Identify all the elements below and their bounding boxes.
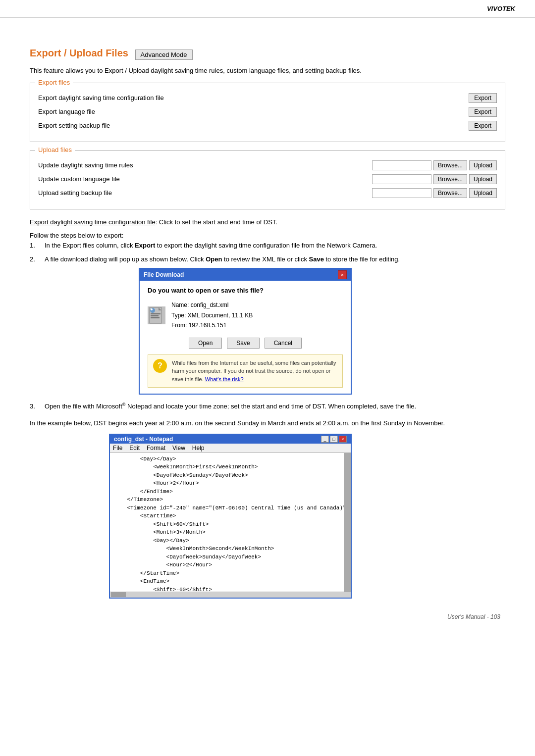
export-row-1: Export daylight saving time configuratio…: [38, 93, 497, 103]
export-files-content: Export daylight saving time configuratio…: [38, 93, 497, 131]
step-1: 1. In the Export files column, click Exp…: [30, 241, 505, 251]
upload-backup-label: Upload setting backup file: [38, 189, 372, 197]
file-details: Name: config_dst.xml Type: XML Document,…: [171, 300, 253, 330]
upload-lang-input[interactable]: [372, 174, 431, 184]
export-backup-button[interactable]: Export: [469, 121, 497, 131]
warning-text: While files from the Internet can be use…: [172, 359, 337, 384]
notepad-hscrollbar[interactable]: [110, 592, 351, 598]
svg-rect-2: [151, 313, 160, 314]
dialog-titlebar: File Download ×: [140, 269, 351, 281]
step-1-export-bold: Export: [135, 242, 155, 249]
step-3-num: 3.: [30, 402, 45, 411]
notepad-menu-format[interactable]: Format: [147, 445, 165, 452]
dialog-question: Do you want to open or save this file?: [148, 287, 343, 294]
step-2-num: 2.: [30, 254, 45, 264]
advanced-mode-button[interactable]: Advanced Mode: [135, 50, 193, 60]
file-download-dialog: File Download × Do you want to open or s…: [139, 268, 352, 395]
dialog-file-info: Name: config_dst.xml Type: XML Document,…: [148, 300, 343, 330]
export-files-section: Export files Export daylight saving time…: [30, 83, 505, 142]
upload-dst-browse-button[interactable]: Browse...: [433, 160, 467, 170]
export-files-legend: Export files: [35, 79, 73, 86]
dst-config-link[interactable]: Export daylight saving time configuratio…: [30, 218, 156, 226]
upload-backup-upload-button[interactable]: Upload: [469, 188, 497, 198]
notepad-menu-help[interactable]: Help: [192, 445, 205, 452]
dialog-cancel-button[interactable]: Cancel: [265, 338, 302, 349]
upload-lang-label: Update custom language file: [38, 175, 372, 183]
dialog-buttons: Open Save Cancel: [148, 338, 343, 349]
export-lang-label: Export language file: [38, 108, 469, 115]
export-backup-label: Export setting backup file: [38, 122, 469, 129]
svg-point-6: [151, 308, 153, 310]
svg-rect-4: [151, 317, 160, 318]
notepad-menu-edit[interactable]: Edit: [129, 445, 140, 452]
notepad-content[interactable]: <Day></Day> <WeekInMonth>First</WeekInMo…: [110, 453, 351, 592]
notepad-menu: File Edit Format View Help: [110, 444, 351, 453]
notepad-minimize-button[interactable]: _: [321, 436, 329, 443]
warning-main-text: While files from the Internet can be use…: [172, 360, 336, 382]
upload-files-section: Upload files Update daylight saving time…: [30, 150, 505, 209]
dst-description-text: : Click to set the start and end time of…: [156, 218, 277, 226]
step-1-num: 1.: [30, 241, 45, 251]
upload-row-3: Upload setting backup file Browse... Upl…: [38, 188, 497, 198]
upload-files-content: Update daylight saving time rules Browse…: [38, 160, 497, 198]
export-row-3: Export setting backup file Export: [38, 121, 497, 131]
notepad-window: config_dst - Notepad _ □ × File Edit For…: [109, 434, 352, 599]
steps-intro: Follow the steps below to export:: [30, 231, 505, 241]
page-title-section: Export / Upload Files Advanced Mode: [30, 48, 505, 60]
step-2-text: A file download dialog will pop up as sh…: [45, 254, 505, 264]
upload-backup-input[interactable]: [372, 188, 431, 198]
export-lang-button[interactable]: Export: [469, 107, 497, 117]
microsoft-sup: ®: [122, 402, 126, 407]
dialog-warning: ? While files from the Internet can be u…: [148, 354, 343, 388]
file-type-label: Type:: [171, 312, 186, 319]
step-3-text: Open the file with Microsoft® Notepad an…: [45, 402, 505, 411]
upload-dst-upload-button[interactable]: Upload: [469, 160, 497, 170]
step-2-open-bold: Open: [206, 255, 222, 263]
file-type-value: XML Document, 11.1 KB: [188, 312, 253, 319]
svg-rect-3: [151, 315, 159, 316]
file-from-label: From:: [171, 322, 187, 329]
upload-backup-browse-button[interactable]: Browse...: [433, 188, 467, 198]
upload-files-legend: Upload files: [35, 146, 75, 153]
notepad-menu-file[interactable]: File: [113, 445, 122, 452]
dialog-open-button[interactable]: Open: [189, 338, 222, 349]
upload-row-1: Update daylight saving time rules Browse…: [38, 160, 497, 170]
warning-risk-link[interactable]: What's the risk?: [205, 376, 244, 382]
upload-dst-label: Update daylight saving time rules: [38, 161, 372, 169]
step-2: 2. A file download dialog will pop up as…: [30, 254, 505, 264]
file-name-label: Name:: [171, 302, 189, 308]
description-section: Export daylight saving time configuratio…: [30, 218, 505, 226]
dialog-title: File Download: [144, 271, 184, 278]
notepad-close-button[interactable]: ×: [339, 436, 347, 443]
warning-icon: ?: [153, 359, 167, 373]
notepad-content-wrap: <Day></Day> <WeekInMonth>First</WeekInMo…: [110, 453, 351, 592]
notepad-maximize-button[interactable]: □: [330, 436, 338, 443]
steps-list: 1. In the Export files column, click Exp…: [30, 241, 505, 264]
file-name-value: config_dst.xml: [191, 302, 229, 308]
file-from-value: 192.168.5.151: [189, 322, 227, 329]
step-3: 3. Open the file with Microsoft® Notepad…: [30, 402, 505, 411]
step-2-save-bold: Save: [309, 255, 324, 263]
notepad-menu-view[interactable]: View: [172, 445, 185, 452]
page-footer: User's Manual - 103: [30, 613, 505, 620]
export-dst-label: Export daylight saving time configuratio…: [38, 94, 469, 101]
step-1-text: In the Export files column, click Export…: [45, 241, 505, 251]
file-download-dialog-wrapper: File Download × Do you want to open or s…: [139, 268, 505, 395]
dialog-close-button[interactable]: ×: [338, 270, 347, 279]
brand-label: VIVOTEK: [0, 0, 535, 18]
notepad-title: config_dst - Notepad: [114, 436, 173, 443]
export-dst-button[interactable]: Export: [469, 93, 497, 103]
upload-row-2: Update custom language file Browse... Up…: [38, 174, 497, 184]
intro-text: This feature allows you to Export / Uplo…: [30, 66, 505, 76]
upload-lang-upload-button[interactable]: Upload: [469, 174, 497, 184]
notepad-controls: _ □ ×: [321, 436, 347, 443]
dialog-save-button[interactable]: Save: [227, 338, 259, 349]
example-text: In the example below, DST begins each ye…: [30, 418, 505, 429]
svg-point-5: [150, 308, 155, 313]
notepad-wrapper: config_dst - Notepad _ □ × File Edit For…: [109, 434, 505, 599]
page-title: Export / Upload Files: [30, 48, 128, 58]
upload-dst-input[interactable]: [372, 160, 431, 170]
upload-lang-browse-button[interactable]: Browse...: [433, 174, 467, 184]
notepad-titlebar: config_dst - Notepad _ □ ×: [110, 435, 351, 444]
file-icon: [148, 306, 165, 324]
